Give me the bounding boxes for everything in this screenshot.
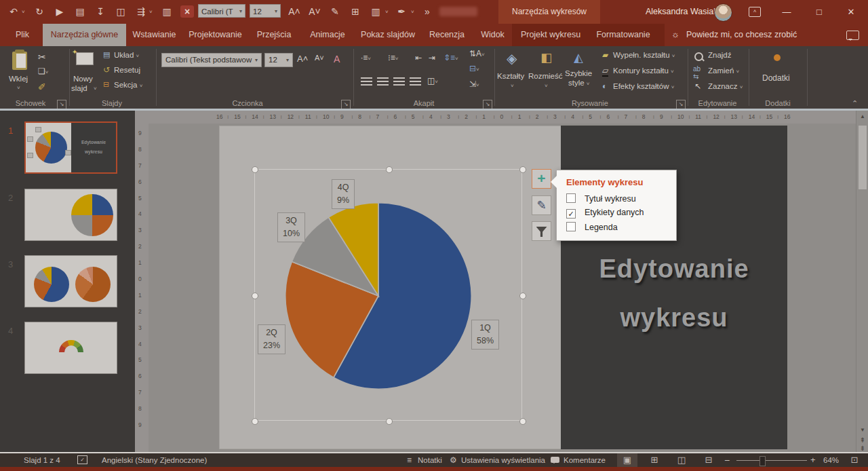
align-left-icon[interactable] bbox=[361, 77, 372, 86]
tab-przej-cia[interactable]: Przejścia bbox=[250, 24, 298, 46]
notes-toggle[interactable]: Notatki bbox=[418, 453, 442, 467]
avatar[interactable] bbox=[714, 3, 732, 22]
align-center-icon[interactable] bbox=[377, 77, 389, 86]
normal-view-button[interactable]: ▣ bbox=[617, 453, 637, 467]
slide-thumbnail-1[interactable]: Edytowaniewykresu bbox=[24, 121, 117, 174]
chart-filters-button[interactable] bbox=[532, 221, 551, 241]
quick-styles-button-line2[interactable]: style ˅ bbox=[568, 79, 590, 87]
tab-projektowanie[interactable]: Projektowanie bbox=[183, 24, 248, 46]
scrollbar-thumb[interactable] bbox=[858, 125, 867, 190]
new-slide-button[interactable]: Nowy bbox=[73, 75, 93, 83]
language-indicator[interactable]: Angielski (Stany Zjednoczone) bbox=[102, 453, 207, 467]
tab-formatowanie[interactable]: Formatowanie bbox=[587, 24, 659, 46]
chart-styles-button[interactable]: ✎ bbox=[532, 195, 551, 215]
redo-icon[interactable]: ↻ bbox=[33, 5, 46, 18]
shapes-dropdown[interactable]: ˅ bbox=[511, 83, 514, 89]
maximize-button[interactable]: □ bbox=[808, 0, 831, 24]
zoom-percentage[interactable]: 64% bbox=[823, 453, 839, 467]
tab-pokaz-slajd-w[interactable]: Pokaz slajdów bbox=[356, 24, 420, 46]
clear-formatting-icon[interactable]: A bbox=[334, 54, 340, 64]
chart-colors-icon-dropdown[interactable]: ˅ bbox=[385, 9, 389, 15]
tab-narz-dzia-g-wne[interactable]: Narzędzia główne bbox=[43, 24, 126, 46]
collapse-ribbon-icon[interactable]: ⌃ bbox=[852, 99, 858, 108]
feedback-comment-icon[interactable] bbox=[846, 31, 859, 40]
slideshow-button[interactable]: ⊟ bbox=[698, 453, 719, 467]
display-settings-button[interactable]: Ustawienia wyświetlania bbox=[461, 453, 545, 467]
print-icon-dropdown[interactable]: ˅ bbox=[149, 9, 153, 15]
pen-icon[interactable]: ✎ bbox=[328, 5, 342, 18]
undo-icon[interactable]: ↶ bbox=[7, 5, 20, 18]
minimize-button[interactable]: — bbox=[775, 0, 798, 24]
slide-sorter-view-button[interactable]: ⊞ bbox=[644, 453, 665, 467]
font-name-combo[interactable]: Calibri (Tekst podstawow▾ bbox=[161, 53, 262, 67]
notes-page-icon[interactable]: ▥ bbox=[160, 5, 174, 18]
chart-colors-icon[interactable]: ▥ bbox=[369, 5, 382, 18]
popup-item-etykiety-danych[interactable]: ✓Etykiety danych bbox=[566, 208, 644, 219]
start-presentation-icon[interactable]: ▶ bbox=[53, 5, 66, 18]
arrange-dropdown[interactable]: ˅ bbox=[545, 83, 548, 89]
ribbon-display-options-icon[interactable]: ˄ bbox=[749, 7, 761, 17]
font-size-combo[interactable]: 12▾ bbox=[264, 53, 293, 67]
checkbox-checked-icon[interactable]: ✓ bbox=[566, 209, 576, 219]
cut-icon[interactable]: ✂ bbox=[38, 52, 46, 62]
selection-handle[interactable] bbox=[252, 293, 258, 299]
arrange-button[interactable]: Rozmieść bbox=[528, 72, 562, 80]
more-commands-icon[interactable]: » bbox=[420, 5, 434, 18]
undo-icon-dropdown[interactable]: ˅ bbox=[22, 9, 25, 15]
comments-toggle[interactable]: Komentarze bbox=[564, 453, 606, 467]
czcionka-dialog-launcher[interactable]: ↘ bbox=[341, 100, 351, 109]
print-icon[interactable]: ⇶ bbox=[134, 5, 148, 18]
ink-icon[interactable]: ✒ bbox=[395, 5, 408, 18]
tab-animacje[interactable]: Animacje bbox=[304, 24, 351, 46]
ink-icon-dropdown[interactable]: ˅ bbox=[411, 9, 414, 15]
format-painter-icon[interactable]: ✐ bbox=[38, 81, 46, 92]
zoom-slider-track[interactable] bbox=[736, 460, 807, 461]
grow-font-icon[interactable]: A˄ bbox=[288, 5, 301, 18]
close-button[interactable]: ✕ bbox=[840, 0, 863, 24]
save-icon[interactable]: ▤ bbox=[73, 5, 87, 18]
pie-chart[interactable] bbox=[283, 201, 473, 391]
paste-button[interactable]: Wklej bbox=[9, 75, 28, 83]
replace-button[interactable]: Zamień ˅ bbox=[708, 67, 739, 75]
selection-handle[interactable] bbox=[252, 166, 258, 173]
user-name[interactable]: Aleksandra Wasiak bbox=[646, 0, 718, 24]
align-text-icon[interactable]: ⊟˅ bbox=[469, 64, 479, 73]
reset-button[interactable]: Resetuj bbox=[114, 66, 140, 74]
new-slide-dropdown[interactable]: ˅ bbox=[94, 86, 97, 92]
qat-font-combo[interactable]: Calibri (T▾ bbox=[198, 4, 245, 18]
zoom-out-button[interactable]: − bbox=[724, 453, 730, 467]
screenshot-icon[interactable]: ⊞ bbox=[349, 5, 362, 18]
text-direction-icon[interactable]: ⇅A˅ bbox=[469, 49, 485, 58]
increase-indent-icon[interactable]: ⇥ bbox=[429, 53, 435, 62]
shape-outline-button[interactable]: Kontury kształtu ˅ bbox=[613, 67, 674, 75]
delete-icon[interactable]: × bbox=[180, 5, 194, 18]
addins-button[interactable]: Dodatki bbox=[762, 73, 790, 83]
line-spacing-icon[interactable]: ⇕≡˅ bbox=[443, 53, 458, 62]
shape-fill-button[interactable]: Wypełn. kształtu ˅ bbox=[613, 51, 675, 59]
tab-projekt-wykresu[interactable]: Projekt wykresu bbox=[517, 24, 584, 46]
tab-widok[interactable]: Widok bbox=[475, 24, 511, 46]
columns-icon[interactable]: ◫˅ bbox=[427, 76, 438, 86]
shrink-font-icon[interactable]: A˅ bbox=[315, 54, 324, 62]
grow-font-icon[interactable]: A˄ bbox=[297, 54, 308, 64]
scroll-up-icon[interactable]: ▲ bbox=[857, 111, 868, 122]
qat-size-combo[interactable]: 12▾ bbox=[250, 4, 281, 18]
slide-thumbnail-4[interactable] bbox=[24, 322, 117, 374]
new-slide-button-line2[interactable]: slajd bbox=[71, 84, 87, 92]
quick-styles-button[interactable]: Szybkie bbox=[565, 69, 592, 77]
spellcheck-icon[interactable]: ✓ bbox=[77, 455, 87, 464]
pin-icon[interactable]: ↧ bbox=[94, 5, 107, 18]
selection-handle[interactable] bbox=[252, 418, 258, 425]
tab-plik[interactable]: Plik bbox=[5, 24, 39, 46]
align-objects-icon[interactable]: ◫ bbox=[114, 5, 127, 18]
slide-thumbnail-3[interactable] bbox=[24, 255, 117, 307]
reading-view-button[interactable]: ◫ bbox=[671, 453, 692, 467]
smartart-convert-icon[interactable]: ⇲˅ bbox=[469, 79, 479, 89]
selection-handle[interactable] bbox=[519, 418, 526, 425]
align-right-icon[interactable] bbox=[393, 77, 405, 86]
shapes-button[interactable]: Kształty bbox=[497, 72, 524, 80]
copy-icon[interactable]: ❏˅ bbox=[38, 67, 48, 76]
popup-item-legenda[interactable]: Legenda bbox=[566, 222, 618, 233]
paste-dropdown[interactable]: ˅ bbox=[17, 85, 20, 91]
vertical-scrollbar[interactable]: ▲ ▼ ⇞ ⇟ bbox=[856, 111, 868, 452]
